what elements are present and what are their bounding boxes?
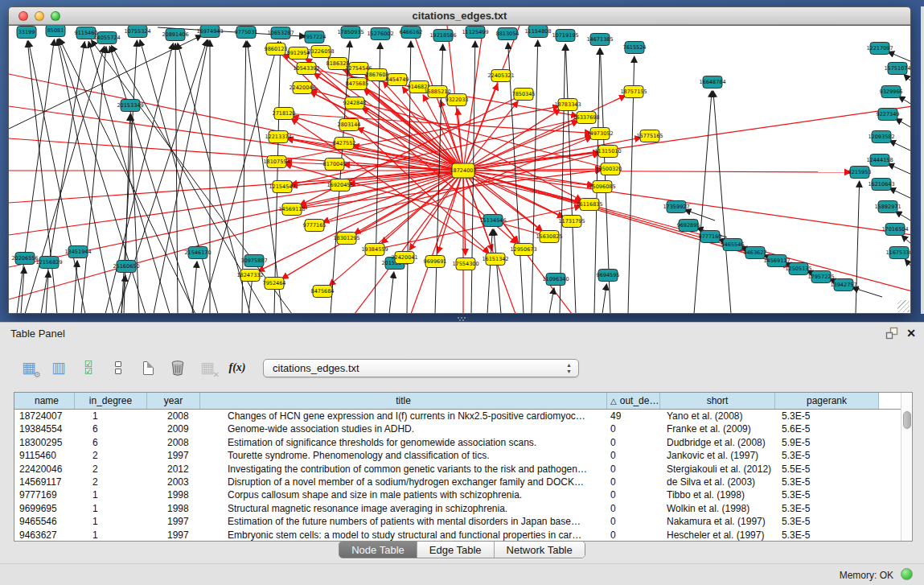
graph-node-yellow[interactable]: 8170045 <box>323 159 347 171</box>
graph-node-teal[interactable]: 15134546 <box>479 215 506 227</box>
table-cell[interactable]: 0 <box>607 476 660 488</box>
graph-node-yellow[interactable]: 16116835 <box>576 199 602 211</box>
graph-node-teal[interactable]: 9463627 <box>744 247 767 259</box>
graph-node-teal[interactable]: 7615524 <box>623 42 647 54</box>
table-cell[interactable]: 5.3E-5 <box>775 410 879 422</box>
table-row[interactable]: 2242004622012Investigating the contribut… <box>14 463 912 476</box>
graph-node-yellow[interactable]: 23226058 <box>307 46 334 58</box>
table-cell[interactable]: Embryonic stem cells: a model to study s… <box>200 529 607 542</box>
table-cell[interactable]: Franke et al. (2009) <box>660 422 775 435</box>
graph-node-teal[interactable]: 12217097 <box>866 43 893 55</box>
graph-node-teal[interactable]: 10653287 <box>267 27 294 39</box>
graph-node-teal[interactable]: 8813054 <box>496 28 519 40</box>
table-cell[interactable]: 6 <box>75 436 147 449</box>
graph-node-yellow[interactable]: 17554300 <box>452 258 478 270</box>
graph-node-teal[interactable]: 14569117 <box>763 255 790 267</box>
table-cell[interactable]: 5.3E-5 <box>775 515 879 528</box>
table-cell[interactable]: 2 <box>75 449 147 462</box>
table-cell[interactable]: 0 <box>607 436 660 449</box>
graph-node-teal[interactable]: 33199 <box>17 27 36 39</box>
graph-node-yellow[interactable]: 18757155 <box>620 86 647 98</box>
graph-node-yellow[interactable]: 2718120 <box>273 108 296 120</box>
close-window-button[interactable] <box>18 11 28 21</box>
table-cell[interactable]: 1997 <box>147 449 200 462</box>
graph-node-yellow[interactable]: 7850345 <box>512 89 536 101</box>
graph-node-yellow[interactable]: 18301295 <box>333 233 359 245</box>
delete-table-button[interactable]: ▦ ✕ <box>198 358 217 377</box>
table-cell[interactable]: 0 <box>607 515 660 528</box>
table-row[interactable]: 1938455462009Genome-wide association stu… <box>14 422 912 435</box>
graph-node-teal[interactable]: 9227349 <box>877 109 900 121</box>
graph-node-teal[interactable]: 15751074 <box>884 63 910 75</box>
function-builder-button[interactable]: f(x) <box>228 358 247 377</box>
graph-node-yellow[interactable]: 15096085 <box>589 181 615 193</box>
row-height-button[interactable] <box>109 358 128 377</box>
graph-node-teal[interactable]: 85081 <box>46 26 65 37</box>
table-cell[interactable]: 2 <box>75 463 147 476</box>
graph-node-yellow[interactable]: 16337698 <box>573 112 599 124</box>
graph-node-yellow[interactable]: 18783343 <box>554 99 581 111</box>
graph-node-teal[interactable]: 9329966 <box>880 86 903 98</box>
graph-node-teal[interactable]: 20153349 <box>117 100 143 112</box>
table-cell[interactable]: 9777169 <box>14 488 75 501</box>
table-cell[interactable]: Corpus callosum shape and size in male p… <box>200 488 607 501</box>
new-table-button[interactable] <box>138 358 158 377</box>
table-cell[interactable]: 9463627 <box>14 529 75 542</box>
table-cell[interactable]: 0 <box>607 449 660 462</box>
graph-node-teal[interactable]: 30975887 <box>240 255 267 267</box>
graph-node-yellow[interactable]: 18107554 <box>263 156 290 168</box>
table-row[interactable]: 911546021997Tourette syndrome. Phenomeno… <box>14 449 912 462</box>
graph-node-yellow[interactable]: 8475685 <box>346 78 369 90</box>
graph-node-yellow[interactable]: 2803144 <box>338 119 361 131</box>
tab-network-table[interactable]: Network Table <box>494 542 585 558</box>
table-cell[interactable]: 5.3E-5 <box>775 488 879 501</box>
table-cell[interactable]: 9699695 <box>14 502 75 515</box>
graph-node-yellow[interactable]: 14973052 <box>586 128 613 140</box>
column-header-out_de[interactable]: △out_de… <box>607 393 660 409</box>
graph-node-teal[interactable]: 21546170 <box>184 247 211 259</box>
graph-node-teal[interactable]: 19218586 <box>429 30 456 42</box>
graph-node-yellow[interactable]: 22420041 <box>391 252 417 264</box>
table-cell[interactable]: 1 <box>75 488 147 501</box>
table-cell[interactable]: 9465546 <box>14 515 75 528</box>
graph-node-teal[interactable]: 11675330 <box>885 247 911 259</box>
graph-node-yellow[interactable]: 10543392 <box>293 63 319 75</box>
graph-node-teal[interactable]: 12444158 <box>866 154 893 167</box>
table-cell[interactable]: 2008 <box>147 436 200 449</box>
table-cell[interactable]: 5.3E-5 <box>775 449 879 462</box>
table-cell[interactable]: Genome-wide association studies in ADHD. <box>200 422 607 435</box>
table-cell[interactable]: 0 <box>607 463 660 476</box>
close-panel-icon[interactable]: ✕ <box>906 327 916 340</box>
table-cell[interactable]: 5.3E-5 <box>775 502 879 515</box>
table-selector-dropdown[interactable]: citations_edges.txt ▲▼ <box>263 359 579 377</box>
column-header-name[interactable]: name <box>14 393 75 409</box>
table-cell[interactable]: 5.5E-5 <box>775 463 879 476</box>
graph-node-teal[interactable]: 20206556 <box>11 253 38 265</box>
graph-node-teal[interactable]: 13451944 <box>64 246 91 258</box>
window-resize-grip[interactable] <box>897 300 910 312</box>
column-header-short[interactable]: short <box>660 393 775 409</box>
table-cell[interactable]: Hescheler et al. (1997) <box>660 529 775 542</box>
graph-node-yellow[interactable]: 16151342 <box>482 253 508 266</box>
graph-node-teal[interactable]: 8215953 <box>848 167 872 179</box>
table-row[interactable]: 1456911722003Disruption of a novel membe… <box>14 476 912 488</box>
graph-node-yellow[interactable]: 18724007 <box>450 163 476 178</box>
graph-node-teal[interactable]: 20891406 <box>162 29 188 41</box>
table-cell[interactable]: Investigating the contribution of common… <box>200 463 607 476</box>
table-cell[interactable]: Structural magnetic resonance image aver… <box>200 502 607 515</box>
graph-node-teal[interactable]: 25160650 <box>113 261 139 273</box>
graph-node-teal[interactable]: 10719195 <box>552 30 578 42</box>
graph-node-yellow[interactable]: 19384559 <box>361 244 388 256</box>
table-cell[interactable]: 5.3E-5 <box>775 529 879 542</box>
zoom-window-button[interactable] <box>51 11 60 21</box>
table-cell[interactable]: Stergiakouli et al. (2012) <box>660 463 775 476</box>
table-cell[interactable]: Estimation of significance thresholds fo… <box>200 436 607 449</box>
graph-node-yellow[interactable]: 22420046 <box>289 82 315 94</box>
graph-node-yellow[interactable]: 8427552 <box>333 138 356 150</box>
graph-node-teal[interactable]: 14671385 <box>586 34 613 46</box>
table-cell[interactable]: 1 <box>75 502 147 515</box>
graph-node-yellow[interactable]: 9500320 <box>599 163 622 175</box>
table-cell[interactable]: de Silva et al. (2003) <box>660 476 775 488</box>
delete-rows-button[interactable] <box>168 358 187 377</box>
table-cell[interactable]: 2 <box>75 476 147 488</box>
